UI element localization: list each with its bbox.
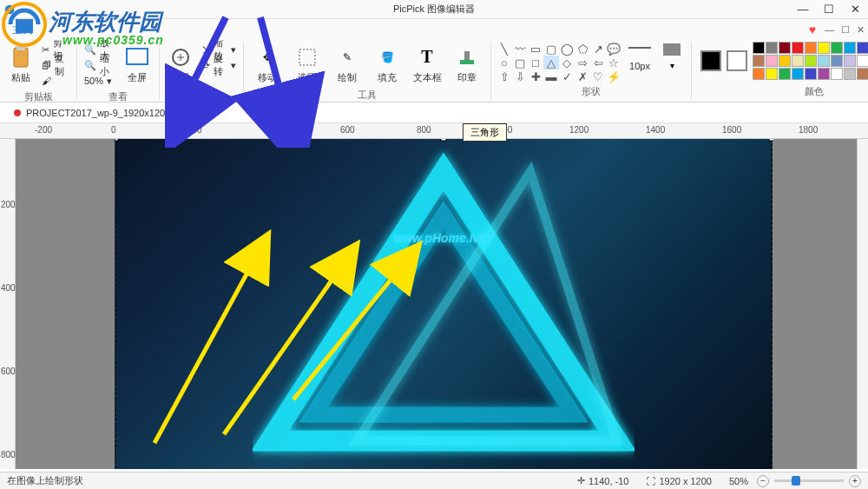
color-swatch[interactable] [857, 68, 868, 80]
color-swatch[interactable] [792, 68, 804, 80]
group-clipboard: 粘贴 ✂剪切 🗐复制 🖌 剪贴板 [0, 42, 77, 100]
shape-star[interactable]: ☆ [606, 56, 621, 69]
color-swatch[interactable] [831, 55, 843, 67]
shape-callout[interactable]: 💬 [606, 42, 621, 56]
shape-check[interactable]: ✓ [559, 69, 575, 83]
color-swatch[interactable] [831, 68, 843, 80]
tab-home[interactable]: 主页 [7, 23, 38, 37]
color-swatch[interactable] [844, 68, 856, 80]
format-painter[interactable]: 🖌 [40, 73, 71, 89]
svg-rect-6 [460, 60, 474, 64]
shape-minus[interactable]: ▬ [543, 69, 559, 83]
shape-arrowr[interactable]: ⇨ [575, 56, 590, 69]
color-swatch[interactable] [857, 55, 868, 67]
color-swatch[interactable] [805, 55, 817, 67]
color-swatch[interactable] [818, 68, 830, 80]
shape-plus[interactable]: ✚ [528, 69, 543, 83]
shape-arrowl[interactable]: ⇦ [590, 56, 606, 69]
shape-diamond[interactable]: ◇ [559, 56, 575, 69]
status-coords: ✛1140, -10 [569, 475, 637, 486]
shape-rect[interactable]: ▭ [528, 42, 543, 56]
sec-minimize[interactable]: — [825, 24, 834, 36]
app-icon [3, 3, 16, 16]
color1[interactable] [700, 50, 721, 71]
close-button[interactable]: ✕ [842, 0, 868, 19]
color-swatch[interactable] [844, 55, 856, 67]
color-swatch[interactable] [766, 42, 778, 54]
paste-button[interactable]: 粘贴 [5, 42, 36, 87]
svg-rect-1 [14, 48, 28, 67]
color-swatch[interactable] [818, 42, 830, 54]
shape-rect2[interactable]: □ [528, 56, 543, 69]
blue-arrows [165, 9, 339, 148]
color-swatch[interactable] [753, 68, 765, 80]
color-swatch[interactable] [766, 55, 778, 67]
canvas[interactable]: www.pHome.NET [16, 139, 868, 469]
shape-curve[interactable]: 〰 [512, 42, 528, 56]
color-swatch[interactable] [753, 55, 765, 67]
ribbon: 粘贴 ✂剪切 🗐复制 🖌 剪贴板 🔍放大 🔍缩小 50% ▾ 全屏 查看 [0, 40, 868, 102]
text-tool[interactable]: T文本框 [409, 42, 445, 87]
window-controls: — ☐ ✕ [790, 0, 868, 19]
color-swatch[interactable] [805, 68, 817, 80]
color-swatch[interactable] [844, 42, 856, 54]
svg-rect-8 [663, 43, 681, 56]
zoom-out[interactable]: − [757, 475, 769, 487]
shape-triangle[interactable]: △ [543, 56, 559, 69]
shape-x[interactable]: ✗ [575, 69, 590, 83]
color-swatch[interactable] [831, 42, 843, 54]
shape-gallery[interactable]: ╲ 〰 ▭ ▢ ◯ ⬠ ↗ 💬 ○ ▢ □ △ ◇ ⇨ ⇦ ☆ ⇧ ⇩ ✚ ▬ [496, 42, 621, 83]
ruler-vertical: 200400600800 [0, 139, 16, 469]
color-swatch[interactable] [753, 42, 765, 54]
minimize-button[interactable]: — [790, 0, 816, 19]
sec-close[interactable]: ✕ [857, 24, 865, 36]
shape-roundrect2[interactable]: ▢ [512, 56, 528, 69]
heart-icon[interactable]: ♥ [809, 23, 816, 36]
maximize-button[interactable]: ☐ [816, 0, 842, 19]
stamp-tool[interactable]: 印章 [449, 42, 485, 87]
pencil-icon: ✎ [335, 45, 359, 69]
fullscreen-label: 全屏 [128, 71, 147, 84]
color-swatch[interactable] [779, 68, 791, 80]
zoom-pct[interactable]: 50% ▾ [82, 73, 117, 89]
sec-maximize[interactable]: ☐ [841, 24, 850, 36]
color-swatch[interactable] [779, 42, 791, 54]
ribbon-tabs: 主页 帮助 ♥ — ☐ ✕ [0, 19, 868, 40]
fill-options[interactable]: ▾ [658, 42, 686, 70]
outline-options[interactable]: 10px [625, 42, 654, 71]
zoom-in[interactable]: + [849, 475, 861, 487]
shape-roundrect[interactable]: ▢ [543, 42, 559, 56]
shape-arrow[interactable]: ↗ [590, 42, 606, 56]
shape-circle[interactable]: ○ [496, 56, 512, 69]
color-swatch[interactable] [779, 55, 791, 67]
shape-polygon[interactable]: ⬠ [575, 42, 590, 56]
shape-arrowd[interactable]: ⇩ [512, 69, 528, 83]
stamp-icon [455, 45, 479, 69]
copy-button[interactable]: 🗐复制 [40, 57, 71, 73]
color-swatch[interactable] [805, 42, 817, 54]
fill-tool[interactable]: 🪣填充 [369, 42, 405, 87]
color-swatch[interactable] [818, 55, 830, 67]
fullscreen-button[interactable]: 全屏 [121, 42, 154, 87]
shape-arrowu[interactable]: ⇧ [496, 69, 512, 83]
shape-bolt[interactable]: ⚡ [606, 69, 621, 83]
color-swatch[interactable] [792, 55, 804, 67]
color-swatch[interactable] [857, 42, 868, 54]
ruler-horizontal: -200020040060080010001200140016001800 [0, 123, 868, 139]
workspace: 200400600800 www.pHome.NET [0, 139, 868, 469]
app-title: PicPick 图像编辑器 [393, 3, 475, 16]
outline-icon [628, 47, 651, 59]
shape-ellipse[interactable]: ◯ [559, 42, 575, 56]
svg-rect-7 [464, 51, 470, 60]
color-swatch[interactable] [792, 42, 804, 54]
zoom-slider[interactable] [774, 479, 844, 482]
color-swatch[interactable] [766, 68, 778, 80]
shape-heart[interactable]: ♡ [590, 69, 606, 83]
shape-line[interactable]: ╲ [496, 42, 512, 56]
document-tabs: PROJECT2017_wp-9_1920x1200.jpg ✕ [0, 102, 868, 123]
color2[interactable] [727, 50, 747, 71]
zoomout-icon: 🔍 [84, 60, 96, 71]
zoom-out-button[interactable]: 🔍缩小 [82, 57, 117, 73]
color-palette[interactable] [753, 42, 868, 80]
secondary-window-controls: — ☐ ✕ [825, 24, 865, 36]
